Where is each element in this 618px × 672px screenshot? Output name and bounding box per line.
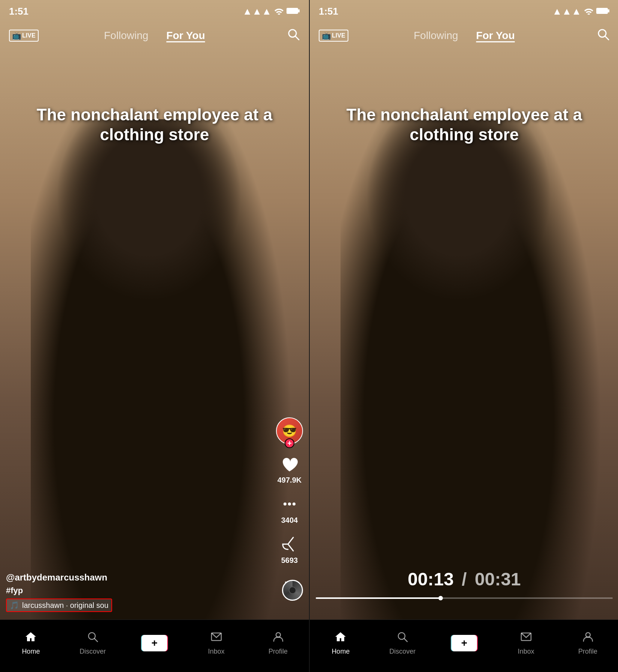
comment-button-left[interactable]: 3404 — [279, 494, 300, 525]
follow-plus-left[interactable]: + — [285, 438, 294, 448]
person-figure-right — [340, 119, 603, 623]
svg-rect-11 — [596, 8, 608, 14]
nav-tabs-left: Following For You — [104, 30, 205, 42]
comment-count-left: 3404 — [281, 516, 298, 525]
nav-home-right[interactable]: Home — [326, 630, 356, 656]
time-separator: / — [462, 569, 472, 589]
for-you-tab-right[interactable]: For You — [476, 30, 515, 42]
discover-label-right: Discover — [389, 648, 416, 656]
signal-icon-right: ▲▲▲ — [552, 6, 581, 17]
svg-line-8 — [94, 639, 98, 642]
svg-rect-0 — [286, 8, 298, 14]
svg-point-4 — [284, 502, 286, 506]
music-disc-left — [282, 580, 303, 601]
avatar-container-left[interactable]: 😎 + — [276, 417, 303, 444]
nav-plus-left[interactable]: + — [140, 635, 170, 651]
share-button-left[interactable]: 5693 — [279, 534, 300, 565]
svg-line-16 — [404, 639, 407, 642]
plus-btn-white-left: + — [142, 635, 167, 651]
profile-icon-left — [272, 630, 284, 646]
hashtag-left[interactable]: #fyp — [6, 586, 112, 596]
nav-plus-right[interactable]: + — [449, 635, 479, 651]
profile-label-left: Profile — [268, 648, 288, 656]
bottom-nav-right: Home Discover + — [310, 620, 618, 672]
live-button-left[interactable]: 📺 LIVE — [9, 30, 39, 42]
home-label-right: Home — [332, 648, 350, 656]
live-label-left: LIVE — [22, 32, 36, 39]
status-icons-left: ▲▲▲ — [243, 6, 300, 17]
progress-bar-fill — [316, 597, 441, 599]
top-nav-right: 📺 LIVE Following For You — [310, 21, 618, 51]
status-icons-right: ▲▲▲ — [552, 6, 610, 17]
battery-icon-left — [286, 6, 300, 17]
home-label-left: Home — [22, 648, 40, 656]
music-bar-left[interactable]: 🎵 larcusshawn · original sou — [6, 598, 112, 612]
bottom-nav-left: Home Discover + — [0, 620, 309, 672]
tv-icon-right: 📺 — [322, 31, 331, 40]
status-bar-left: 1:51 ▲▲▲ — [0, 0, 309, 22]
svg-point-18 — [586, 633, 590, 637]
plus-btn-inner-right: + — [451, 635, 478, 651]
search-icon-right[interactable] — [596, 27, 610, 44]
share-count-left: 5693 — [281, 556, 298, 565]
svg-rect-1 — [298, 9, 300, 12]
progress-time-display: 00:13 / 00:31 — [408, 569, 521, 590]
inbox-icon-right — [520, 630, 532, 646]
comment-icon-left — [279, 494, 300, 514]
current-time: 00:13 — [408, 569, 454, 589]
svg-point-5 — [288, 502, 291, 506]
nav-inbox-left[interactable]: Inbox — [201, 630, 231, 656]
nav-tabs-right: Following For You — [414, 30, 514, 42]
wifi-icon-left — [274, 6, 284, 17]
signal-icon-left: ▲▲▲ — [243, 6, 272, 17]
inbox-label-left: Inbox — [208, 648, 225, 656]
home-icon-left — [25, 630, 37, 646]
svg-line-14 — [605, 36, 609, 40]
progress-bar-container[interactable] — [316, 597, 613, 599]
inbox-label-right: Inbox — [518, 648, 534, 656]
music-note-icon-left: 🎵 — [10, 601, 19, 610]
like-count-left: 497.9K — [278, 476, 302, 484]
status-time-right: 1:51 — [319, 6, 338, 17]
discover-label-left: Discover — [80, 648, 106, 656]
left-phone-screen: 1:51 ▲▲▲ 📺 LIVE Following For You — [0, 0, 309, 672]
total-time: 00:31 — [475, 569, 521, 589]
live-label-right: LIVE — [332, 32, 345, 39]
nav-inbox-right[interactable]: Inbox — [511, 630, 541, 656]
nav-home-left[interactable]: Home — [16, 630, 46, 656]
following-tab-right[interactable]: Following — [414, 30, 458, 42]
nav-profile-right[interactable]: Profile — [573, 630, 603, 656]
share-icon-left — [279, 534, 300, 555]
status-time-left: 1:51 — [9, 6, 28, 17]
for-you-tab-left[interactable]: For You — [166, 30, 205, 42]
nav-discover-left[interactable]: Discover — [78, 630, 108, 656]
plus-btn-white-right: + — [452, 635, 477, 651]
progress-bar-dot — [438, 596, 443, 600]
like-button-left[interactable]: 497.9K — [278, 453, 302, 484]
plus-button-left[interactable]: + — [141, 635, 168, 651]
right-actions-left: 😎 + 497.9K 3404 — [276, 417, 303, 590]
music-disc-inner-left — [289, 586, 296, 594]
tv-icon-left: 📺 — [12, 31, 21, 40]
svg-line-3 — [295, 36, 299, 40]
plus-button-right[interactable]: + — [451, 635, 478, 651]
nav-discover-right[interactable]: Discover — [387, 630, 417, 656]
svg-point-10 — [276, 633, 280, 637]
status-bar-right: 1:51 ▲▲▲ — [310, 0, 618, 22]
nav-profile-left[interactable]: Profile — [263, 630, 293, 656]
heart-icon-left — [279, 453, 300, 474]
live-button-right[interactable]: 📺 LIVE — [319, 30, 348, 42]
video-title-right: The nonchalant employee at a clothing st… — [310, 105, 618, 145]
username-left[interactable]: @artbydemarcusshawn — [6, 572, 112, 583]
following-tab-left[interactable]: Following — [104, 30, 148, 42]
wifi-icon-right — [584, 6, 593, 17]
video-title-left: The nonchalant employee at a clothing st… — [0, 105, 309, 145]
top-nav-left: 📺 LIVE Following For You — [0, 21, 309, 51]
search-icon-left[interactable] — [286, 27, 300, 44]
inbox-icon-left — [210, 630, 222, 646]
discover-icon-right — [396, 630, 408, 646]
right-phone-screen: 1:51 ▲▲▲ 📺 LIVE Following For You — [310, 0, 618, 672]
video-info-left: @artbydemarcusshawn #fyp 🎵 larcusshawn ·… — [6, 572, 112, 612]
battery-icon-right — [596, 6, 610, 17]
svg-rect-12 — [608, 9, 609, 12]
